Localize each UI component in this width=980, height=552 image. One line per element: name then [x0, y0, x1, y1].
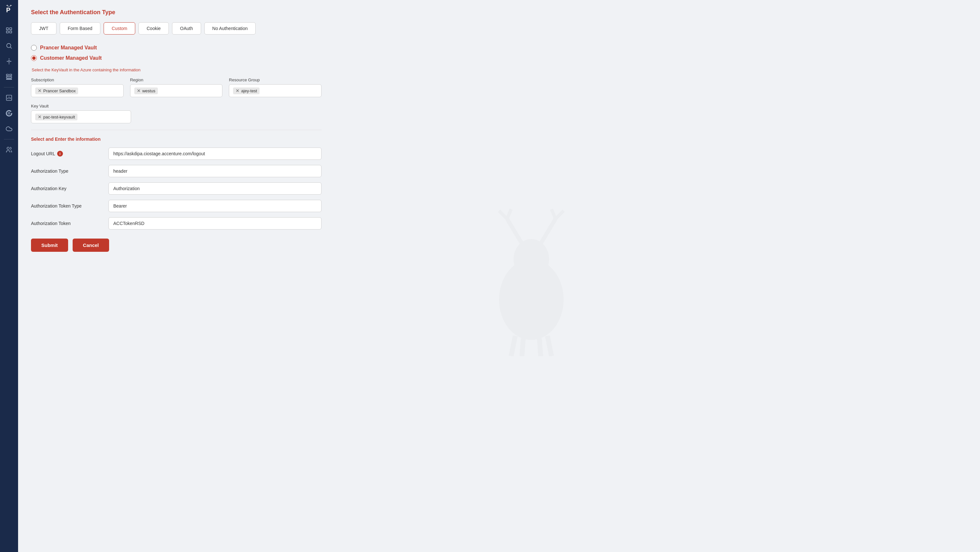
- svg-line-39: [539, 338, 541, 356]
- watermark: [450, 195, 612, 357]
- subscription-label: Subscription: [31, 78, 124, 82]
- svg-rect-19: [6, 74, 8, 76]
- auth-type-input[interactable]: [108, 165, 321, 177]
- region-input[interactable]: ✕ westus: [130, 84, 223, 97]
- svg-rect-9: [10, 28, 12, 30]
- svg-text:P: P: [6, 6, 10, 14]
- auth-key-input[interactable]: [108, 182, 321, 195]
- logout-url-input[interactable]: [108, 148, 321, 160]
- svg-line-34: [541, 219, 555, 243]
- auth-btn-custom[interactable]: Custom: [103, 22, 135, 35]
- subscription-field: Subscription ✕ Prancer Sandbox: [31, 78, 124, 97]
- cancel-button[interactable]: Cancel: [73, 239, 109, 252]
- submit-button[interactable]: Submit: [31, 239, 68, 252]
- vault-radio-group: Prancer Managed Vault Customer Managed V…: [31, 45, 321, 61]
- action-buttons: Submit Cancel: [31, 239, 321, 252]
- sidebar-item-users[interactable]: [2, 143, 16, 157]
- resource-group-tag-close-icon[interactable]: ✕: [235, 88, 240, 93]
- logout-url-info-icon: i: [57, 151, 63, 157]
- key-vault-row: Key Vault ✕ pac-test-keyvault: [31, 103, 321, 123]
- sidebar-item-integrations[interactable]: [2, 54, 16, 68]
- customer-managed-label: Customer Managed Vault: [40, 55, 102, 61]
- auth-btn-form-based[interactable]: Form Based: [60, 22, 100, 35]
- key-vault-tag: ✕ pac-test-keyvault: [35, 114, 78, 121]
- sidebar-divider-1: [4, 87, 14, 87]
- svg-rect-21: [6, 76, 12, 78]
- region-tag-value: westus: [142, 88, 155, 93]
- key-vault-input[interactable]: ✕ pac-test-keyvault: [31, 110, 131, 123]
- subscription-input[interactable]: ✕ Prancer Sandbox: [31, 84, 124, 97]
- auth-token-type-input[interactable]: [108, 200, 321, 212]
- radio-customer-managed-input[interactable]: [31, 55, 37, 61]
- form-row-auth-token-type: Authorization Token Type: [31, 200, 321, 212]
- svg-line-32: [499, 211, 507, 219]
- subscription-tag-value: Prancer Sandbox: [43, 88, 76, 93]
- svg-line-36: [552, 209, 556, 219]
- auth-btn-no-auth[interactable]: No Authentication: [204, 22, 256, 35]
- sidebar-item-search[interactable]: [2, 39, 16, 53]
- form-row-auth-type: Authorization Type: [31, 165, 321, 177]
- svg-line-40: [547, 336, 552, 356]
- region-field: Region ✕ westus: [130, 78, 223, 97]
- auth-btn-cookie[interactable]: Cookie: [138, 22, 169, 35]
- content-wrapper: Select the Authentication Type JWT Form …: [31, 9, 321, 252]
- radio-prancer-managed-input[interactable]: [31, 45, 37, 51]
- region-tag: ✕ westus: [134, 87, 158, 94]
- svg-line-35: [555, 211, 563, 219]
- svg-point-28: [7, 147, 10, 150]
- form-row-auth-token: Authorization Token: [31, 217, 321, 229]
- subscription-fields-row: Subscription ✕ Prancer Sandbox Region ✕ …: [31, 78, 321, 97]
- key-vault-tag-close-icon[interactable]: ✕: [38, 115, 41, 119]
- subscription-tag-close-icon[interactable]: ✕: [38, 88, 41, 93]
- key-vault-tag-value: pac-test-keyvault: [43, 115, 75, 119]
- auth-type-label: Authorization Type: [31, 169, 102, 174]
- svg-line-33: [507, 209, 511, 219]
- resource-group-tag: ✕ ajey-test: [233, 87, 259, 94]
- svg-point-14: [8, 60, 10, 62]
- auth-key-label: Authorization Key: [31, 186, 102, 191]
- resource-group-input[interactable]: ✕ ajey-test: [229, 84, 321, 97]
- sidebar-item-settings[interactable]: [2, 106, 16, 121]
- svg-rect-22: [6, 79, 12, 80]
- sidebar-item-cloud[interactable]: [2, 122, 16, 136]
- key-vault-field: Key Vault ✕ pac-test-keyvault: [31, 103, 131, 123]
- svg-rect-11: [10, 31, 12, 33]
- sidebar-item-dashboard[interactable]: [2, 23, 16, 37]
- svg-point-12: [7, 44, 11, 48]
- form-row-auth-key: Authorization Key: [31, 182, 321, 195]
- prancer-managed-label: Prancer Managed Vault: [40, 45, 97, 51]
- svg-line-37: [511, 336, 515, 356]
- sidebar-item-reports[interactable]: [2, 91, 16, 105]
- resource-group-field: Resource Group ✕ ajey-test: [229, 78, 321, 97]
- main-content: Select the Authentication Type JWT Form …: [18, 0, 980, 552]
- svg-line-31: [507, 219, 522, 243]
- svg-point-29: [499, 259, 563, 340]
- sidebar-divider-2: [4, 139, 14, 140]
- region-label: Region: [130, 78, 223, 82]
- svg-rect-10: [6, 31, 8, 33]
- logout-url-label: Logout URL i: [31, 151, 102, 157]
- svg-line-13: [10, 47, 12, 48]
- radio-prancer-managed[interactable]: Prancer Managed Vault: [31, 45, 321, 51]
- region-tag-close-icon[interactable]: ✕: [137, 88, 141, 93]
- svg-point-30: [514, 239, 549, 280]
- auth-btn-jwt[interactable]: JWT: [31, 22, 56, 35]
- svg-rect-8: [6, 28, 8, 30]
- svg-line-38: [522, 338, 523, 356]
- form-row-logout-url: Logout URL i: [31, 148, 321, 160]
- auth-token-input[interactable]: [108, 217, 321, 229]
- subscription-tag: ✕ Prancer Sandbox: [35, 87, 78, 94]
- radio-customer-managed[interactable]: Customer Managed Vault: [31, 55, 321, 61]
- svg-rect-20: [10, 74, 12, 76]
- resource-group-tag-value: ajey-test: [241, 88, 257, 93]
- resource-group-label: Resource Group: [229, 78, 321, 82]
- auth-token-type-label: Authorization Token Type: [31, 204, 102, 208]
- auth-btn-oauth[interactable]: OAuth: [172, 22, 201, 35]
- enter-info-title: Select and Enter the information: [31, 137, 321, 142]
- sidebar-item-grid[interactable]: [2, 70, 16, 84]
- sidebar: P: [0, 0, 18, 552]
- section-divider: [31, 130, 321, 130]
- logo: P: [3, 4, 16, 17]
- auth-type-buttons: JWT Form Based Custom Cookie OAuth No Au…: [31, 22, 321, 35]
- section-title: Select the Authentication Type: [31, 9, 321, 16]
